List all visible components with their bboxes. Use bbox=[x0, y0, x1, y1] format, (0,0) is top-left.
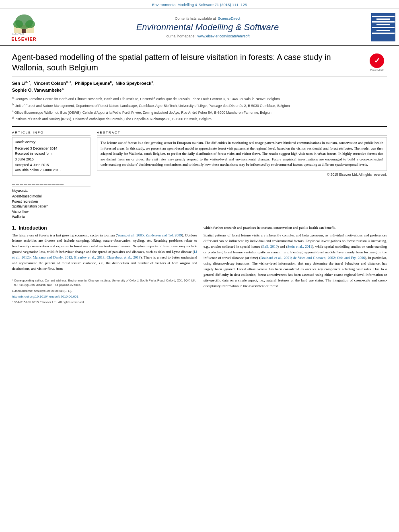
ref-brainard-2001[interactable]: Brainard et al., 2001; de Vries and Goos… bbox=[261, 256, 365, 260]
article-content: Agent-based modelling of the spatial pat… bbox=[0, 46, 399, 220]
journal-right-logo bbox=[367, 9, 399, 45]
elsevier-logo: ELSEVIER ELSEVIER bbox=[0, 9, 48, 45]
accepted-date: Accepted 4 June 2015 bbox=[15, 162, 88, 168]
ref-bell-2010[interactable]: Bell, 2010 bbox=[262, 244, 278, 249]
journal-title: Environmental Modelling & Software bbox=[136, 22, 279, 33]
intro-continuation-1: which further research and practices in … bbox=[204, 225, 387, 231]
elsevier-tree-icon: ELSEVIER bbox=[10, 13, 38, 35]
keyword-5: Wallonia bbox=[12, 214, 90, 220]
body-left-column: 1. Introduction The leisure use of fores… bbox=[12, 225, 197, 305]
article-info-abstract-section: ARTICLE INFO Article history: Received 3… bbox=[12, 131, 387, 219]
email-link[interactable]: sen.li@ouce.ox.ac.uk bbox=[34, 289, 62, 293]
sciencedirect-link[interactable]: Contents lists available at ScienceDirec… bbox=[175, 16, 241, 21]
affiliation-c: c Office Économique Wallon du Bois (OEWB… bbox=[12, 109, 387, 115]
abstract-column: ABSTRACT The leisure use of forests is a… bbox=[97, 131, 387, 219]
author-sophie-vanwambeke: Sophie O. Vanwambeke bbox=[12, 88, 62, 92]
intro-paragraph-2: Spatial patterns of forest leisure visit… bbox=[204, 233, 387, 289]
abstract-header: ABSTRACT bbox=[97, 131, 387, 136]
journal-homepage: journal homepage: www.elsevier.com/locat… bbox=[165, 34, 249, 38]
crossmark-label: CrossMark bbox=[370, 69, 384, 72]
affiliation-b: b Unit of Forest and Nature Management, … bbox=[12, 103, 387, 109]
keyword-3: Spatial visitation pattern bbox=[12, 204, 90, 209]
article-title-section: Agent-based modelling of the spatial pat… bbox=[12, 52, 387, 76]
issn-line: 1364-8152/© 2015 Elsevier Ltd. All right… bbox=[12, 300, 197, 305]
article-history-box: Article history: Received 3 December 201… bbox=[12, 137, 90, 176]
keyword-2: Forest recreation bbox=[12, 199, 90, 204]
available-online-date: Available online 23 June 2015 bbox=[15, 168, 88, 173]
keyword-4: Visitor flow bbox=[12, 209, 90, 214]
received-date: Received 3 December 2014 bbox=[15, 146, 88, 152]
crossmark-icon: ✓ bbox=[370, 53, 384, 68]
ref-stein-2011[interactable]: Stein et al., 2011 bbox=[287, 244, 312, 249]
journal-center-info: Contents lists available at ScienceDirec… bbox=[48, 9, 367, 45]
article-info-column: ARTICLE INFO Article history: Received 3… bbox=[12, 131, 90, 219]
author-sen-li: Sen Li bbox=[12, 81, 25, 86]
authors-section: Sen Lia, *, Vincent Colsonb, c, Philippe… bbox=[12, 80, 387, 93]
elsevier-brand-label: ELSEVIER bbox=[11, 37, 36, 41]
keywords-section: ————————————— Keywords: Agent-based mode… bbox=[12, 180, 90, 220]
history-title: Article history: bbox=[15, 140, 88, 145]
abstract-text: The leisure use of forests is a fast gro… bbox=[97, 137, 387, 171]
ref-young-2005[interactable]: Young et al., 2005; Zandersen and Tol, 2… bbox=[117, 233, 182, 237]
intro-paragraph-1: The leisure use of forests is a fast gro… bbox=[12, 233, 197, 272]
keywords-header: ————————————— bbox=[12, 182, 90, 187]
intro-section-title: 1. Introduction bbox=[12, 225, 197, 231]
sciencedirect-anchor[interactable]: ScienceDirect bbox=[218, 16, 241, 21]
article-info-header: ARTICLE INFO bbox=[12, 131, 90, 136]
svg-point-3 bbox=[25, 20, 35, 28]
keyword-1: Agent-based model bbox=[12, 194, 90, 199]
svg-point-2 bbox=[13, 20, 23, 28]
received-revised-date: 3 June 2015 bbox=[15, 157, 88, 162]
author-niko-speybroeck: Niko Speybroeck bbox=[115, 81, 151, 86]
homepage-link[interactable]: www.elsevier.com/locate/envsoft bbox=[197, 34, 250, 38]
ref-li-2012b[interactable]: Li et al., 2012b; Marzano and Dandy, 201… bbox=[12, 250, 197, 259]
abstract-copyright: © 2015 Elsevier Ltd. All rights reserved… bbox=[97, 173, 387, 177]
footnote-area: * Corresponding author. Current address:… bbox=[12, 276, 197, 305]
journal-reference: Environmental Modelling & Software 71 (2… bbox=[0, 0, 399, 9]
keywords-title: Keywords: bbox=[12, 189, 90, 193]
received-revised-label: Received in revised form bbox=[15, 151, 88, 157]
main-body: 1. Introduction The leisure use of fores… bbox=[0, 225, 399, 313]
email-note: E-mail address: sen.li@ouce.ox.ac.uk (S.… bbox=[12, 289, 197, 293]
body-right-column: which further research and practices in … bbox=[204, 225, 387, 305]
article-title: Agent-based modelling of the spatial pat… bbox=[12, 52, 346, 73]
svg-text:ELSEVIER: ELSEVIER bbox=[12, 33, 24, 35]
affiliations-section: a Georges Lemaître Centre for Earth and … bbox=[12, 96, 387, 127]
crossmark-badge[interactable]: ✓ CrossMark bbox=[367, 53, 387, 72]
journal-header: ELSEVIER ELSEVIER Contents lists availab… bbox=[0, 9, 399, 46]
author-vincent-colson: Vincent Colson bbox=[34, 81, 66, 86]
doi-line[interactable]: http://dx.doi.org/10.1016/j.envsoft.2015… bbox=[12, 294, 197, 299]
affiliation-a: a Georges Lemaître Centre for Earth and … bbox=[12, 96, 387, 102]
affiliation-d: d Institute of Health and Society (IRSS)… bbox=[12, 116, 387, 122]
corresponding-author-note: * Corresponding author. Current address:… bbox=[12, 278, 197, 288]
author-philippe-lejeune: Philippe Lejeune bbox=[75, 81, 110, 86]
journal-cover-icon bbox=[371, 13, 395, 41]
